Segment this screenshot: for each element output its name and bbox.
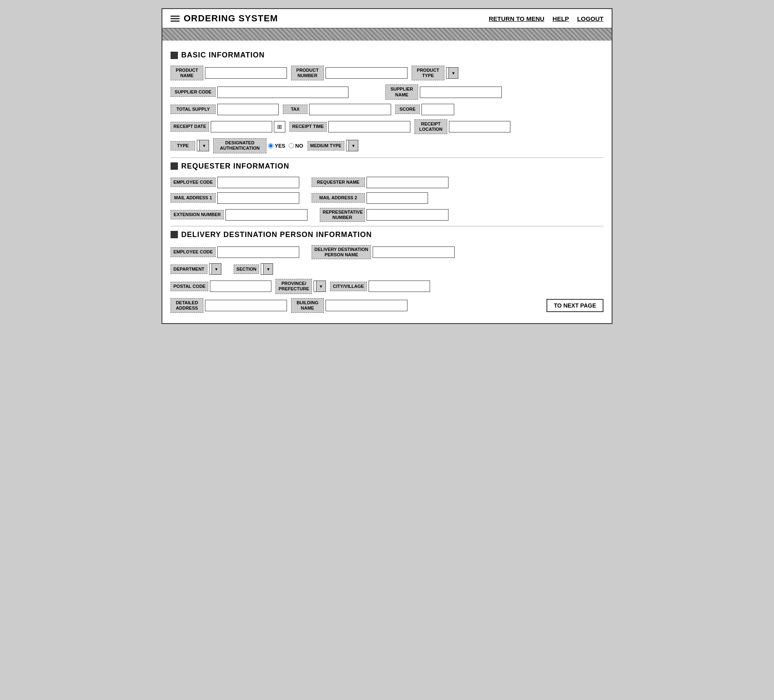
score-label: SCORE bbox=[395, 105, 420, 114]
medium-type-select[interactable] bbox=[346, 140, 358, 151]
section-label: SECTION bbox=[234, 264, 260, 274]
receipt-date-input[interactable] bbox=[211, 121, 272, 132]
mail-address1-input[interactable] bbox=[217, 192, 299, 204]
mail-address1-group: MAIL ADDRESS 1 bbox=[171, 192, 299, 204]
total-supply-group: TOTAL SUPPLY bbox=[171, 104, 279, 115]
mail-address1-label: MAIL ADDRESS 1 bbox=[171, 193, 216, 203]
supplier-code-group: SUPPLIER CODE bbox=[171, 87, 348, 98]
medium-type-label: MEDIUM TYPE bbox=[307, 141, 344, 150]
auth-yes-text: YES bbox=[275, 143, 285, 149]
basic-row-1: PRODUCTNAME PRODUCTNUMBER PRODUCTTYPE ▼ bbox=[171, 66, 603, 80]
postal-code-input[interactable] bbox=[210, 280, 271, 292]
supplier-name-input[interactable] bbox=[420, 87, 502, 98]
delivery-row-3: POSTAL CODE PROVINCE/PREFECTURE ▼ CITY/V… bbox=[171, 279, 603, 294]
requester-name-input[interactable] bbox=[367, 177, 448, 188]
section-select-wrapper: ▼ bbox=[261, 263, 273, 275]
product-type-select[interactable] bbox=[446, 67, 458, 79]
product-type-label: PRODUCTTYPE bbox=[412, 66, 444, 80]
supplier-name-group: SUPPLIERNAME bbox=[385, 84, 502, 99]
auth-no-radio[interactable] bbox=[289, 143, 294, 148]
postal-code-group: POSTAL CODE bbox=[171, 280, 271, 292]
main-container: ORDERING SYSTEM RETURN TO MENU HELP LOGO… bbox=[162, 8, 612, 324]
tax-group: TAX bbox=[283, 104, 391, 115]
help-link[interactable]: HELP bbox=[553, 15, 569, 22]
medium-type-select-wrapper: ▼ bbox=[346, 140, 358, 151]
req-employee-code-label: EMPLOYEE CODE bbox=[171, 178, 216, 187]
province-prefecture-label: PROVINCE/PREFECTURE bbox=[275, 279, 312, 294]
basic-row-3: TOTAL SUPPLY TAX SCORE bbox=[171, 104, 603, 115]
medium-type-group: MEDIUM TYPE ▼ bbox=[307, 140, 358, 151]
menu-icon[interactable] bbox=[171, 16, 180, 22]
auth-no-label[interactable]: NO bbox=[289, 143, 303, 149]
type-group: TYPE ▼ bbox=[171, 140, 209, 151]
calendar-icon[interactable]: ⊞ bbox=[274, 121, 285, 132]
requester-row-3: EXTENSION NUMBER REPRESENTATIVENUMBER bbox=[171, 208, 603, 222]
detailed-address-input[interactable] bbox=[205, 300, 287, 311]
delivery-person-name-group: DELIVERY DESTINATIONPERSON NAME bbox=[312, 245, 455, 259]
section-group: SECTION ▼ bbox=[234, 263, 273, 275]
building-name-input[interactable] bbox=[326, 300, 407, 311]
product-type-group: PRODUCTTYPE ▼ bbox=[412, 66, 458, 80]
receipt-location-input[interactable] bbox=[449, 121, 510, 132]
section-square-delivery bbox=[171, 231, 178, 238]
del-employee-code-input[interactable] bbox=[217, 246, 299, 258]
delivery-person-name-input[interactable] bbox=[373, 246, 455, 258]
to-next-page-button[interactable]: TO NEXT PAGE bbox=[546, 299, 603, 312]
product-number-input[interactable] bbox=[326, 67, 407, 79]
type-select[interactable] bbox=[197, 140, 209, 151]
auth-radio-group: YES NO bbox=[268, 143, 303, 149]
representative-number-group: REPRESENTATIVENUMBER bbox=[320, 208, 448, 222]
supplier-code-input[interactable] bbox=[217, 87, 348, 98]
basic-row-2: SUPPLIER CODE SUPPLIERNAME bbox=[171, 84, 603, 99]
section-select[interactable] bbox=[261, 263, 273, 275]
basic-info-title: BASIC INFORMATION bbox=[181, 51, 265, 59]
total-supply-input[interactable] bbox=[217, 104, 279, 115]
header-left: ORDERING SYSTEM bbox=[171, 13, 278, 24]
building-name-group: BUILDINGNAME bbox=[291, 298, 407, 313]
detailed-address-label: DETAILEDADDRESS bbox=[171, 298, 203, 313]
receipt-location-label: RECEIPTLOCATION bbox=[414, 119, 447, 134]
requester-info-header: REQUESTER INFORMATION bbox=[171, 162, 603, 171]
city-village-input[interactable] bbox=[369, 280, 430, 292]
basic-row-4: RECEIPT DATE ⊞ RECEIPT TIME RECEIPTLOCAT… bbox=[171, 119, 603, 134]
receipt-time-input[interactable] bbox=[328, 121, 410, 132]
province-prefecture-group: PROVINCE/PREFECTURE ▼ bbox=[275, 279, 326, 294]
designated-auth-label: DESIGNATEDAUTHENTICATION bbox=[213, 138, 266, 153]
mail-address2-label: MAIL ADDRESS 2 bbox=[312, 193, 365, 203]
total-supply-label: TOTAL SUPPLY bbox=[171, 105, 216, 114]
progress-bar bbox=[162, 28, 612, 41]
delivery-info-header: DELIVERY DESTINATION PERSON INFORMATION bbox=[171, 230, 603, 239]
province-select[interactable] bbox=[314, 280, 326, 292]
department-select-wrapper: ▼ bbox=[209, 263, 221, 275]
department-group: DEPARTMENT ▼ bbox=[171, 263, 221, 275]
logout-link[interactable]: LOGOUT bbox=[577, 15, 603, 22]
return-to-menu-link[interactable]: RETURN TO MENU bbox=[489, 15, 544, 22]
building-name-label: BUILDINGNAME bbox=[291, 298, 324, 313]
score-input[interactable] bbox=[421, 104, 454, 115]
tax-input[interactable] bbox=[309, 104, 391, 115]
tax-label: TAX bbox=[283, 105, 307, 114]
requester-name-label: REQUESTER NAME bbox=[312, 178, 365, 187]
type-label: TYPE bbox=[171, 141, 195, 150]
product-type-select-wrapper: ▼ bbox=[446, 67, 458, 79]
representative-number-input[interactable] bbox=[367, 209, 448, 221]
req-employee-code-input[interactable] bbox=[217, 177, 299, 188]
product-name-label: PRODUCTNAME bbox=[171, 66, 203, 80]
extension-number-group: EXTENSION NUMBER bbox=[171, 209, 307, 221]
department-select[interactable] bbox=[209, 263, 221, 275]
receipt-time-group: RECEIPT TIME bbox=[289, 121, 410, 132]
header-nav: RETURN TO MENU HELP LOGOUT bbox=[489, 15, 603, 22]
mail-address2-input[interactable] bbox=[367, 192, 428, 204]
extension-number-input[interactable] bbox=[225, 209, 307, 221]
auth-yes-label[interactable]: YES bbox=[268, 143, 285, 149]
delivery-info-title: DELIVERY DESTINATION PERSON INFORMATION bbox=[181, 230, 372, 239]
postal-code-label: POSTAL CODE bbox=[171, 282, 208, 291]
delivery-row-4: DETAILEDADDRESS BUILDINGNAME TO NEXT PAG… bbox=[171, 298, 603, 313]
auth-yes-radio[interactable] bbox=[268, 143, 273, 148]
type-select-wrapper: ▼ bbox=[197, 140, 209, 151]
supplier-code-label: SUPPLIER CODE bbox=[171, 87, 216, 97]
product-name-input[interactable] bbox=[205, 67, 287, 79]
auth-no-text: NO bbox=[295, 143, 303, 149]
representative-number-label: REPRESENTATIVENUMBER bbox=[320, 208, 365, 222]
city-village-label: CITY/VILLAGE bbox=[330, 282, 367, 291]
